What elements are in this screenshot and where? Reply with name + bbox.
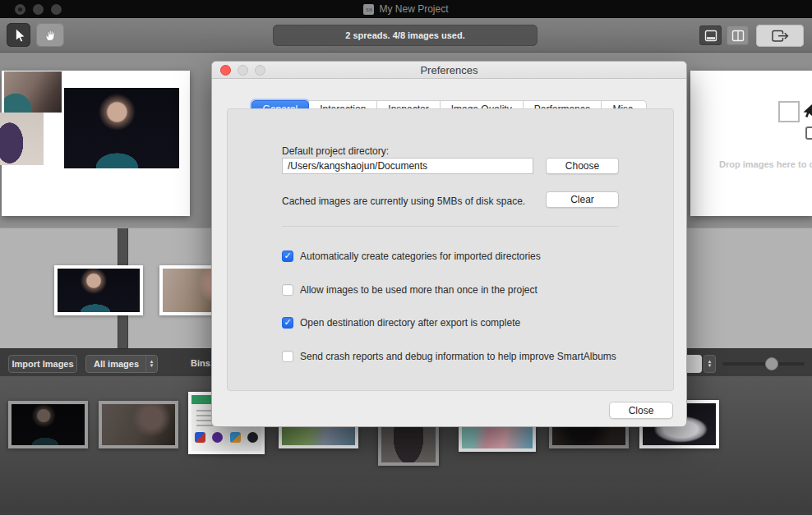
app-icons-row xyxy=(191,432,261,443)
separator xyxy=(282,226,619,227)
dialog-close-button[interactable] xyxy=(220,65,231,76)
general-settings-panel: Default project directory: Choose Cached… xyxy=(227,108,674,391)
checkbox-auto-categories[interactable] xyxy=(282,251,293,262)
spread-thumbnail[interactable] xyxy=(54,265,143,315)
select-tool-button[interactable] xyxy=(7,23,30,47)
app-titlebar: sa My New Project xyxy=(0,0,812,18)
right-spread-page[interactable]: Drop images here to cr xyxy=(690,71,812,216)
chevron-up-down-icon: ▲▼ xyxy=(145,356,157,372)
slider-thumb[interactable] xyxy=(765,357,778,370)
pan-tool-button[interactable] xyxy=(36,23,64,47)
dialog-title: Preferences xyxy=(212,62,686,79)
cursor-arrow-icon xyxy=(12,27,26,44)
dark-app-icon xyxy=(247,432,258,443)
main-toolbar: 2 spreads. 4/8 images used. xyxy=(0,18,812,53)
drop-hint-text: Drop images here to cr xyxy=(719,159,812,169)
camera-app-icon xyxy=(230,432,241,443)
photo-woman-teal-portrait[interactable] xyxy=(4,71,62,113)
checkbox-allow-reuse[interactable] xyxy=(282,284,293,296)
dialog-titlebar[interactable]: Preferences xyxy=(212,62,686,79)
left-spread-page[interactable] xyxy=(2,71,190,216)
filter-dropdown-value: All images xyxy=(86,359,145,369)
dialog-minimize-button[interactable] xyxy=(238,65,248,76)
smartalbums-window: sa My New Project 2 spreads. 4/8 images … xyxy=(0,0,812,515)
purple-app-icon xyxy=(212,432,223,443)
checkbox-label: Send crash reports and debug information… xyxy=(300,351,616,362)
checkbox-label: Open destination directory after export … xyxy=(300,317,520,329)
close-button[interactable]: Close xyxy=(609,402,673,419)
photo-woman-dark-teal-dress[interactable] xyxy=(64,88,179,168)
bins-label: Bins: xyxy=(191,358,214,368)
clear-cache-button[interactable]: Clear xyxy=(546,191,619,208)
drop-target-icon xyxy=(778,101,800,122)
spread-view-icon xyxy=(704,30,717,42)
image-filter-dropdown[interactable]: All images ▲▼ xyxy=(85,355,158,373)
image-thumbnail-woman-dark[interactable] xyxy=(8,401,88,448)
window-title: My New Project xyxy=(379,3,448,15)
directory-label: Default project directory: xyxy=(282,145,389,157)
spread-view-button[interactable] xyxy=(699,25,722,45)
checkbox-label: Automatically create categories for impo… xyxy=(300,251,541,262)
thumbnail-size-slider[interactable] xyxy=(722,362,805,366)
dialog-zoom-button[interactable] xyxy=(255,65,265,76)
page-view-button[interactable] xyxy=(727,25,749,45)
page-view-icon xyxy=(731,30,745,42)
checkbox-label: Allow images to be used more than once i… xyxy=(300,284,537,296)
checkbox-open-destination[interactable] xyxy=(282,317,293,329)
image-thumbnail-woman-portrait[interactable] xyxy=(99,401,178,448)
drag-item-outline-icon xyxy=(805,126,812,140)
document-icon: sa xyxy=(363,4,374,15)
chevron-up-down-icon[interactable]: ▲▼ xyxy=(704,355,716,373)
drag-cursor-icon xyxy=(802,103,812,120)
hand-icon xyxy=(44,28,58,43)
export-button[interactable] xyxy=(756,25,804,47)
photo-woman-purple-dress[interactable] xyxy=(0,113,44,165)
directory-field[interactable] xyxy=(282,158,533,174)
export-icon xyxy=(771,29,790,43)
status-badge: 2 spreads. 4/8 images used. xyxy=(273,25,537,46)
checkbox-crash-reports[interactable] xyxy=(282,351,293,362)
preferences-dialog: Preferences General Interaction Inspecto… xyxy=(211,61,687,427)
choose-button[interactable]: Choose xyxy=(546,158,619,174)
cache-status-text: Cached images are currently using 5MBs o… xyxy=(282,195,525,207)
office-app-icon xyxy=(195,432,205,443)
import-images-button[interactable]: Import Images xyxy=(8,355,77,373)
